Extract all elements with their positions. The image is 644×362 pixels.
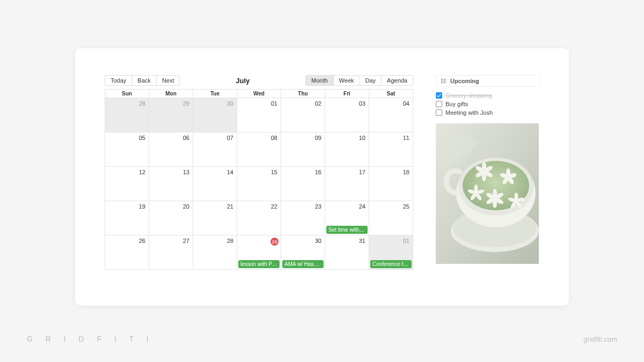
day-cell[interactable]: 24Set time with Li… <box>325 201 369 235</box>
brand-url: gridfiti.com <box>583 335 617 343</box>
day-number: 03 <box>359 100 365 107</box>
day-cell[interactable]: 29lesson with Prof… <box>237 235 281 270</box>
side-pane: Upcoming Grocery shoppingBuy giftsMeetin… <box>436 75 540 290</box>
day-number: 07 <box>227 135 233 141</box>
day-cell[interactable]: 29 <box>149 98 193 132</box>
day-cell[interactable]: 09 <box>281 132 325 167</box>
today-button[interactable]: Today <box>105 75 132 86</box>
day-cell[interactable]: 04 <box>369 98 413 132</box>
calendar-event[interactable]: Set time with Li… <box>326 226 368 234</box>
day-number: 28 <box>139 100 145 107</box>
day-number: 14 <box>227 169 233 175</box>
day-number: 18 <box>403 169 409 175</box>
task-item[interactable]: Buy gifts <box>436 101 540 107</box>
day-cell[interactable]: 30AMA w/ Hasque… <box>281 235 325 270</box>
day-cell[interactable]: 28 <box>105 98 149 132</box>
view-group: Month Week Day Agenda <box>305 75 413 86</box>
day-cell[interactable]: 02 <box>281 98 325 132</box>
calendar-event[interactable]: Conference for … <box>370 260 412 268</box>
task-label: Buy gifts <box>445 101 468 107</box>
list-icon <box>441 78 447 84</box>
day-number: 21 <box>227 203 233 210</box>
day-number: 17 <box>359 169 365 175</box>
dow-cell: Thu <box>281 90 325 98</box>
dow-row: SunMonTueWedThuFriSat <box>105 90 413 98</box>
day-cell[interactable]: 16 <box>281 167 325 201</box>
day-cell[interactable]: 19 <box>105 201 149 235</box>
day-number: 31 <box>359 238 365 244</box>
day-number: 01 <box>271 100 277 107</box>
day-number: 22 <box>271 203 277 210</box>
view-agenda[interactable]: Agenda <box>382 75 413 86</box>
day-number: 04 <box>403 100 409 107</box>
day-cell[interactable]: 30 <box>193 98 237 132</box>
upcoming-label: Upcoming <box>450 78 479 84</box>
day-cell[interactable]: 05 <box>105 132 149 167</box>
back-button[interactable]: Back <box>132 75 156 86</box>
task-checkbox[interactable] <box>436 109 442 116</box>
app-card: Today Back Next July Month Week Day Agen… <box>75 48 569 306</box>
day-cell[interactable]: 14 <box>193 167 237 201</box>
view-day[interactable]: Day <box>360 75 382 86</box>
calendar-event[interactable]: AMA w/ Hasque… <box>282 260 324 268</box>
day-cell[interactable]: 12 <box>105 167 149 201</box>
task-item[interactable]: Grocery shopping <box>436 92 540 99</box>
day-number: 16 <box>315 169 321 175</box>
view-month[interactable]: Month <box>305 75 334 86</box>
day-number: 25 <box>403 203 409 210</box>
brand-mark: G R I D F I T I <box>27 335 154 343</box>
day-cell[interactable]: 15 <box>237 167 281 201</box>
day-cell[interactable]: 01 <box>237 98 281 132</box>
day-cell[interactable]: 25 <box>369 201 413 235</box>
week-row: 12131415161718 <box>105 167 413 201</box>
day-cell[interactable]: 17 <box>325 167 369 201</box>
day-cell[interactable]: 08 <box>237 132 281 167</box>
svg-point-2 <box>441 82 442 83</box>
task-label: Grocery shopping <box>445 92 492 99</box>
calendar-toolbar: Today Back Next July Month Week Day Agen… <box>105 75 413 86</box>
dow-cell: Fri <box>325 90 369 98</box>
svg-point-0 <box>441 79 442 80</box>
task-checkbox[interactable] <box>436 101 442 107</box>
day-cell[interactable]: 31 <box>325 235 369 270</box>
day-number: 24 <box>359 203 365 210</box>
upcoming-header[interactable]: Upcoming <box>436 75 540 87</box>
day-number: 11 <box>403 135 409 141</box>
day-cell[interactable]: 07 <box>193 132 237 167</box>
day-number: 29 <box>183 100 189 107</box>
day-cell[interactable]: 22 <box>237 201 281 235</box>
day-cell[interactable]: 18 <box>369 167 413 201</box>
day-cell[interactable]: 20 <box>149 201 193 235</box>
day-number: 30 <box>227 100 233 107</box>
day-number: 19 <box>139 203 145 210</box>
day-cell[interactable]: 11 <box>369 132 413 167</box>
aesthetic-image <box>436 123 539 264</box>
day-cell[interactable]: 26 <box>105 235 149 270</box>
calendar-body: 2829300102030405060708091011121314151617… <box>105 98 413 270</box>
view-week[interactable]: Week <box>334 75 360 86</box>
calendar-grid: SunMonTueWedThuFriSat 282930010203040506… <box>105 89 413 270</box>
day-cell[interactable]: 06 <box>149 132 193 167</box>
day-cell[interactable]: 03 <box>325 98 369 132</box>
calendar-title: July <box>236 77 250 85</box>
day-number: 13 <box>183 169 189 175</box>
today-indicator: 29 <box>270 238 279 246</box>
day-cell[interactable]: 13 <box>149 167 193 201</box>
day-cell[interactable]: 28 <box>193 235 237 270</box>
day-cell[interactable]: 10 <box>325 132 369 167</box>
nav-group: Today Back Next <box>105 75 180 86</box>
day-number: 08 <box>271 135 277 141</box>
dow-cell: Mon <box>149 90 193 98</box>
calendar-event[interactable]: lesson with Prof… <box>238 260 280 268</box>
day-cell[interactable]: 27 <box>149 235 193 270</box>
day-number: 10 <box>359 135 365 141</box>
week-row: 192021222324Set time with Li…25 <box>105 201 413 235</box>
day-cell[interactable]: 21 <box>193 201 237 235</box>
task-item[interactable]: Meeting with Josh <box>436 109 540 116</box>
task-checkbox[interactable] <box>436 92 442 99</box>
day-cell[interactable]: 01Conference for … <box>369 235 413 270</box>
day-number: 28 <box>227 238 233 244</box>
next-button[interactable]: Next <box>157 75 180 86</box>
day-cell[interactable]: 23 <box>281 201 325 235</box>
day-number: 12 <box>139 169 145 175</box>
